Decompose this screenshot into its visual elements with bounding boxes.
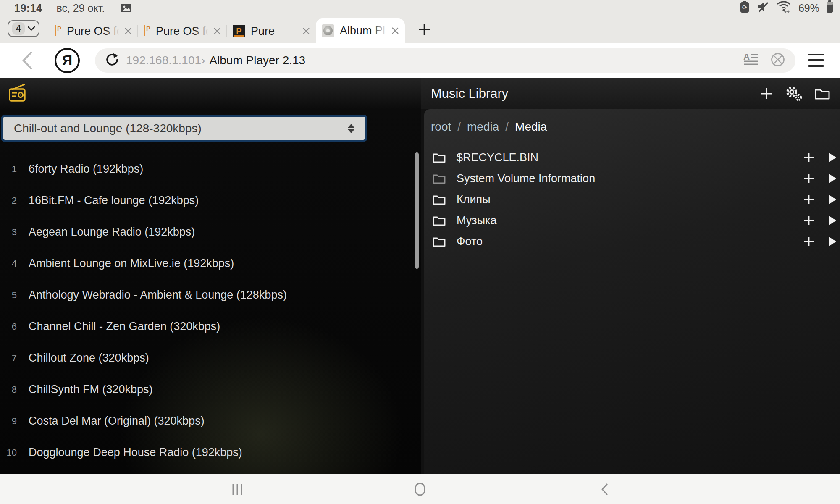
url-page-title: Album Player 2.13 (209, 54, 305, 67)
folder-icon[interactable] (815, 88, 830, 100)
play-icon[interactable] (829, 215, 837, 226)
folder-row[interactable]: $RECYCLE.BIN (424, 147, 840, 168)
station-name: Channel Chill - Zen Garden (320kbps) (29, 320, 220, 333)
folder-row[interactable]: System Volume Information (424, 168, 840, 189)
tab-counter-button[interactable]: 4 (8, 20, 39, 37)
folder-name: $RECYCLE.BIN (457, 151, 538, 164)
back-icon[interactable] (22, 51, 33, 70)
chevron-down-icon (28, 25, 35, 32)
add-to-playlist-icon[interactable] (804, 173, 814, 184)
new-tab-button[interactable] (417, 23, 431, 36)
play-icon[interactable] (829, 236, 837, 247)
station-list: 1 6forty Radio (192kbps) 2 16Bit.FM - Ca… (0, 153, 408, 468)
breadcrumb-root[interactable]: root (431, 120, 451, 134)
breadcrumb-separator: / (457, 120, 461, 134)
genre-select[interactable]: Chill-out and Lounge (128-320kbps) (1, 115, 368, 142)
station-row[interactable]: 6 Channel Chill - Zen Garden (320kbps) (0, 311, 408, 342)
browser-tab[interactable]: P P Pure OS for Ti (49, 19, 138, 43)
station-name: Aegean Lounge Radio (192kbps) (29, 226, 195, 239)
station-number: 1 (0, 164, 17, 175)
radio-pane: Chill-out and Lounge (128-320kbps) 1 6fo… (0, 78, 421, 474)
station-row[interactable]: 3 Aegean Lounge Radio (192kbps) (0, 216, 408, 248)
status-bar: 19:14 вс, 29 окт. ⟳ 69% (0, 0, 840, 16)
folder-name: System Volume Information (457, 172, 595, 185)
library-pane: Music Library (421, 78, 840, 474)
address-bar[interactable]: 192.168.1.101› Album Player 2.13 A (95, 48, 795, 73)
svg-text:A: A (743, 52, 750, 61)
station-number: 8 (0, 384, 17, 395)
folder-icon (433, 236, 446, 247)
add-icon[interactable] (760, 87, 773, 100)
date: вс, 29 окт. (56, 2, 105, 14)
folder-name: Фото (457, 235, 483, 248)
browser-tab[interactable]: P P Album Player (316, 18, 405, 43)
add-to-playlist-icon[interactable] (804, 215, 814, 226)
url-host: 192.168.1.101› (126, 54, 205, 67)
yandex-logo[interactable]: Я (55, 48, 80, 73)
screen: 19:14 вс, 29 окт. ⟳ 69% (0, 0, 840, 504)
play-icon[interactable] (829, 173, 837, 184)
breadcrumb-current: Media (515, 120, 547, 134)
browser-toolbar: Я 192.168.1.101› Album Player 2.13 A (0, 43, 840, 78)
station-row[interactable]: 9 Costa Del Mar (Original) (320kbps) (0, 405, 408, 437)
tab-title: Pure (251, 25, 300, 38)
battery-saver-icon: ⟳ (740, 0, 750, 16)
station-name: Chillout Zone (320kbps) (29, 352, 149, 365)
tab-close-icon[interactable] (389, 24, 402, 37)
add-to-playlist-icon[interactable] (804, 152, 814, 163)
station-row[interactable]: 1 6forty Radio (192kbps) (0, 153, 408, 185)
station-name: ChillSynth FM (320kbps) (29, 383, 153, 396)
library-title: Music Library (431, 86, 508, 101)
tab-count: 4 (12, 22, 25, 35)
back-nav-icon[interactable] (601, 483, 608, 496)
breadcrumb-media[interactable]: media (467, 120, 499, 134)
folder-list: $RECYCLE.BIN (424, 147, 840, 252)
tab-close-icon[interactable] (211, 25, 223, 37)
station-number: 10 (0, 447, 17, 458)
blocked-content-icon[interactable] (770, 52, 785, 69)
tab-title: Pure OS for Ti (67, 25, 122, 38)
station-number: 4 (0, 258, 17, 269)
folder-name: Клипы (457, 193, 491, 206)
genre-select-value: Chill-out and Lounge (128-320kbps) (14, 122, 202, 135)
station-number: 9 (0, 416, 17, 427)
home-icon[interactable] (415, 483, 425, 496)
recent-apps-icon[interactable] (232, 483, 243, 495)
folder-row[interactable]: Музыка (424, 210, 840, 231)
breadcrumb-separator: / (505, 120, 509, 134)
station-row[interactable]: 8 ChillSynth FM (320kbps) (0, 374, 408, 405)
tab-title: Pure OS for Ti (156, 25, 211, 38)
clock: 19:14 (14, 2, 42, 14)
play-icon[interactable] (829, 152, 837, 163)
tab-bar: 4 P P Pure OS for Ti P P (0, 16, 840, 43)
add-to-playlist-icon[interactable] (804, 194, 814, 205)
tab-close-icon[interactable] (300, 25, 312, 37)
station-name: Ambient Lounge on MixLive.ie (192kbps) (29, 257, 234, 270)
tab-close-icon[interactable] (122, 25, 134, 37)
browser-tab[interactable]: P P Pure (227, 19, 316, 43)
add-to-playlist-icon[interactable] (804, 236, 814, 247)
reader-mode-icon[interactable]: A (743, 52, 759, 68)
browser-tab[interactable]: P P Pure OS for Ti (138, 19, 227, 43)
album-player-app: Chill-out and Lounge (128-320kbps) 1 6fo… (0, 78, 840, 474)
folder-icon (433, 173, 446, 184)
reload-icon[interactable] (105, 52, 118, 68)
folder-row[interactable]: Фото (424, 231, 840, 252)
settings-gears-icon[interactable] (785, 86, 803, 102)
station-row[interactable]: 10 Dogglounge Deep House Radio (192kbps) (0, 437, 408, 468)
breadcrumb: root / media / Media (424, 109, 840, 134)
pure-favicon-dark: P (233, 25, 245, 37)
scrollbar-thumb[interactable] (415, 152, 419, 269)
radio-icon[interactable] (8, 83, 27, 105)
station-row[interactable]: 7 Chillout Zone (320kbps) (0, 342, 408, 374)
menu-icon[interactable] (808, 54, 824, 67)
station-row[interactable]: 2 16Bit.FM - Cafe lounge (192kbps) (0, 185, 408, 216)
station-name: 6forty Radio (192kbps) (29, 163, 143, 176)
station-row[interactable]: 5 Anthology Webradio - Ambient & Lounge … (0, 279, 408, 311)
wifi-icon (776, 0, 792, 16)
play-icon[interactable] (829, 194, 837, 205)
station-number: 6 (0, 321, 17, 332)
folder-row[interactable]: Клипы (424, 189, 840, 210)
pure-favicon: P (144, 25, 150, 37)
station-row[interactable]: 4 Ambient Lounge on MixLive.ie (192kbps) (0, 248, 408, 279)
